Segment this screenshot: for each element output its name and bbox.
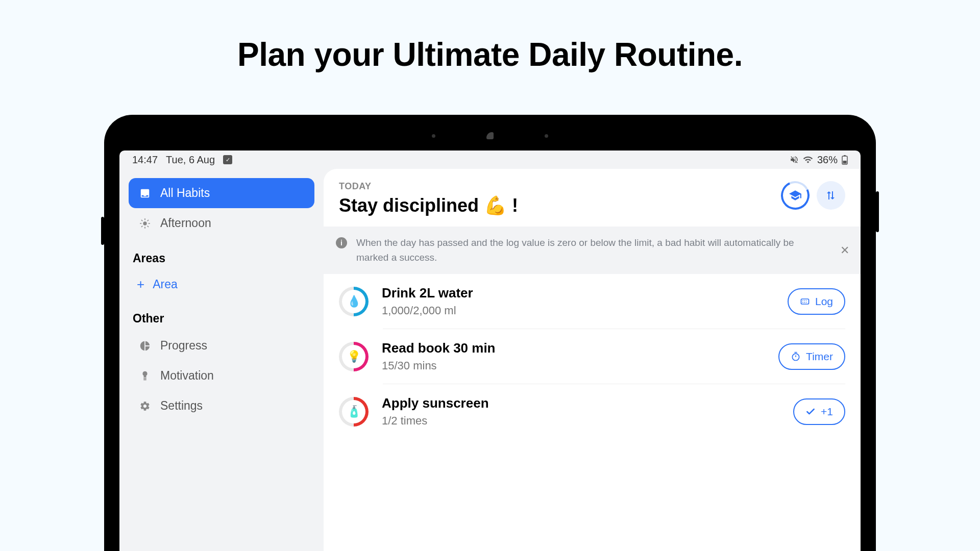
sidebar-item-label: All Habits [160,186,210,200]
sidebar-item-all-habits[interactable]: All Habits [129,178,314,208]
tablet-side-button [101,217,104,245]
sun-icon [139,217,151,230]
add-area-label: Area [153,278,178,291]
svg-line-10 [141,226,142,227]
sidebar-item-label: Settings [160,399,203,413]
check-icon: ✓ [223,155,232,164]
habit-subtitle: 15/30 mins [382,359,765,372]
inbox-icon [139,187,151,199]
plus-icon: + [137,277,144,292]
sidebar-item-label: Progress [160,339,207,353]
habit-icon: 💡 [347,350,361,363]
habit-row[interactable]: 🧴Apply sunscreen1/2 times+1 [324,384,861,439]
habit-action-button[interactable]: Timer [778,343,845,370]
info-icon: i [336,237,347,248]
info-banner: i When the day has passed and the log va… [324,227,861,274]
habit-icon: 🧴 [347,405,361,418]
sidebar-item-afternoon[interactable]: Afternoon [129,208,314,238]
svg-rect-12 [801,299,808,304]
svg-line-6 [141,220,142,220]
academy-button[interactable] [777,177,814,214]
habit-title: Drink 2L water [382,285,774,301]
svg-rect-1 [844,155,846,156]
status-date: Tue, 6 Aug [166,154,215,166]
habit-progress-ring: 💧 [339,287,369,316]
add-area-button[interactable]: + Area [129,270,314,298]
sidebar-item-settings[interactable]: Settings [129,391,314,421]
svg-rect-2 [843,161,847,164]
trophy-icon [139,370,151,382]
svg-point-3 [143,221,146,225]
tablet-screen: 14:47 Tue, 6 Aug ✓ 36% [119,151,861,551]
main-panel: TODAY Stay disciplined 💪 ! i When [324,169,861,551]
sidebar: All Habits Afternoon Areas + Area Other [119,169,324,551]
svg-line-11 [148,220,148,220]
habit-row[interactable]: 💧Drink 2L water1,000/2,000 mlLog [324,274,861,329]
habit-subtitle: 1/2 times [382,414,780,428]
tablet-frame: 14:47 Tue, 6 Aug ✓ 36% [104,115,876,551]
close-info-button[interactable]: ✕ [840,244,849,257]
today-label: TODAY [339,181,518,192]
status-battery: 36% [817,154,838,166]
sidebar-item-progress[interactable]: Progress [129,331,314,361]
wifi-icon [803,155,813,165]
status-bar: 14:47 Tue, 6 Aug ✓ 36% [119,151,861,169]
info-text: When the day has passed and the log valu… [356,236,848,265]
habit-list[interactable]: 💧Drink 2L water1,000/2,000 mlLog💡Read bo… [324,274,861,551]
pie-chart-icon [139,340,151,352]
tablet-camera [432,132,548,139]
battery-icon [842,155,848,165]
sidebar-item-label: Afternoon [160,216,211,230]
habit-title: Read book 30 min [382,340,765,356]
svg-line-7 [148,226,148,227]
habit-progress-ring: 🧴 [339,397,369,427]
sidebar-item-motivation[interactable]: Motivation [129,361,314,391]
tablet-side-button [876,191,879,232]
habit-subtitle: 1,000/2,000 ml [382,304,774,317]
sidebar-section-other: Other [133,312,314,325]
sidebar-section-areas: Areas [133,252,314,265]
habit-icon: 💧 [347,295,361,308]
gear-icon [139,400,151,412]
hero-title: Plan your Ultimate Daily Routine. [0,36,980,73]
svg-point-19 [792,354,799,360]
sidebar-item-label: Motivation [160,369,214,383]
habit-action-button[interactable]: Log [788,288,845,315]
mute-icon [790,155,799,164]
tagline: Stay disciplined 💪 ! [339,195,518,216]
habit-row[interactable]: 💡Read book 30 min15/30 minsTimer [324,329,861,384]
habit-title: Apply sunscreen [382,395,780,411]
habit-progress-ring: 💡 [339,342,369,371]
habit-action-button[interactable]: +1 [793,398,845,425]
status-time: 14:47 [132,154,158,166]
sort-button[interactable] [817,181,845,210]
